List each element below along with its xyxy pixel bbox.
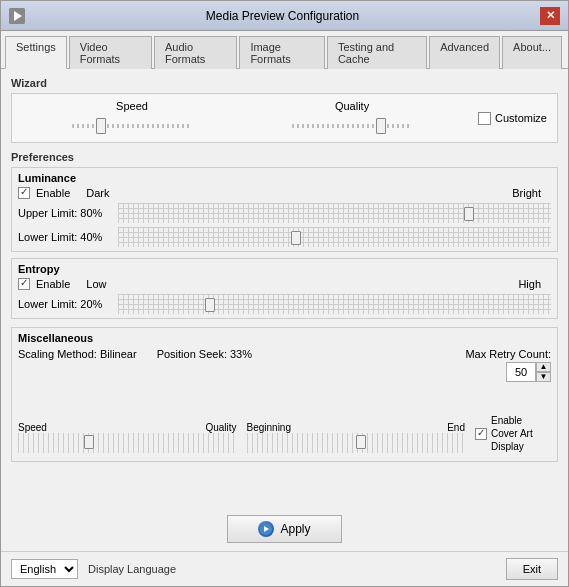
apply-footer: Apply: [1, 507, 568, 551]
spinbox-controls: ▲ ▼: [536, 362, 551, 382]
customize-checkbox[interactable]: [478, 112, 491, 125]
bright-label: Bright: [512, 187, 541, 199]
cover-art-label: Enable Cover Art Display: [491, 414, 551, 453]
lower-limit-ent-label: Lower Limit: 20%: [18, 298, 118, 310]
luminance-enable-label: Enable: [36, 187, 70, 199]
language-select[interactable]: English: [11, 559, 78, 579]
misc-speed-label: Speed: [18, 422, 47, 433]
main-window: Media Preview Configuration ✕ Settings V…: [0, 0, 569, 587]
misc-end-label: End: [447, 422, 465, 433]
luminance-label: Luminance: [18, 172, 551, 184]
miscellaneous-section: Miscellaneous Scaling Method: Bilinear P…: [11, 327, 558, 462]
preferences-section: Preferences Luminance Enable Dark Bright…: [11, 151, 558, 319]
upper-limit-label: Upper Limit: 80%: [18, 207, 118, 219]
luminance-section: Luminance Enable Dark Bright Upper Limit…: [11, 167, 558, 252]
apply-icon: [258, 521, 274, 537]
scaling-method-label: Scaling Method: Bilinear: [18, 348, 137, 360]
max-retry-label: Max Retry Count:: [465, 348, 551, 360]
cover-art-area: Enable Cover Art Display: [475, 386, 551, 453]
wizard-speed-slider[interactable]: [96, 118, 106, 134]
tabs-bar: Settings Video Formats Audio Formats Ima…: [1, 31, 568, 69]
misc-quality-label: Quality: [205, 422, 236, 433]
wizard-speed-label: Speed: [116, 100, 148, 112]
apply-label: Apply: [280, 522, 310, 536]
app-icon: [9, 8, 25, 24]
language-area: English Display Language: [11, 559, 176, 579]
tab-video-formats[interactable]: Video Formats: [69, 36, 152, 69]
misc-speed-slider[interactable]: [84, 435, 94, 449]
customize-label: Customize: [495, 112, 547, 124]
bottom-bar: English Display Language Exit: [1, 551, 568, 586]
misc-beginning-label: Beginning: [247, 422, 291, 433]
display-language-label: Display Language: [88, 563, 176, 575]
tab-settings[interactable]: Settings: [5, 36, 67, 69]
wizard-quality-slider[interactable]: [376, 118, 386, 134]
luminance-enable-checkbox[interactable]: [18, 187, 30, 199]
upper-limit-slider[interactable]: [464, 207, 474, 221]
entropy-label: Entropy: [18, 263, 551, 275]
exit-button[interactable]: Exit: [506, 558, 558, 580]
tab-testing-cache[interactable]: Testing and Cache: [327, 36, 427, 69]
wizard-label: Wizard: [11, 77, 558, 89]
window-title: Media Preview Configuration: [25, 9, 540, 23]
tab-about[interactable]: About...: [502, 36, 562, 69]
entropy-section: Entropy Enable Low High Lower Limit: 20%: [11, 258, 558, 319]
position-seek-label: Position Seek: 33%: [157, 348, 252, 360]
lower-limit-ent-slider[interactable]: [205, 298, 215, 312]
misc-speed-group: Speed Quality: [18, 422, 237, 453]
dark-label: Dark: [86, 187, 109, 199]
spinbox-up[interactable]: ▲: [536, 362, 551, 372]
misc-label: Miscellaneous: [18, 332, 551, 344]
max-retry-input[interactable]: [506, 362, 536, 382]
spinbox-down[interactable]: ▼: [536, 372, 551, 382]
wizard-quality-label: Quality: [335, 100, 369, 112]
high-label: High: [518, 278, 541, 290]
title-bar: Media Preview Configuration ✕: [1, 1, 568, 31]
close-button[interactable]: ✕: [540, 7, 560, 25]
misc-beginning-slider[interactable]: [356, 435, 366, 449]
cover-art-checkbox[interactable]: [475, 428, 487, 440]
misc-begin-end-group: Beginning End: [247, 422, 466, 453]
entropy-enable-label: Enable: [36, 278, 70, 290]
entropy-enable-checkbox[interactable]: [18, 278, 30, 290]
low-label: Low: [86, 278, 106, 290]
preferences-label: Preferences: [11, 151, 558, 163]
customize-area: Customize: [478, 112, 547, 125]
apply-button[interactable]: Apply: [227, 515, 341, 543]
settings-content: Wizard Speed Quality: [1, 69, 568, 507]
tab-advanced[interactable]: Advanced: [429, 36, 500, 69]
tab-image-formats[interactable]: Image Formats: [239, 36, 325, 69]
lower-limit-lum-slider[interactable]: [291, 231, 301, 245]
tab-audio-formats[interactable]: Audio Formats: [154, 36, 237, 69]
lower-limit-lum-label: Lower Limit: 40%: [18, 231, 118, 243]
wizard-section: Wizard Speed Quality: [11, 77, 558, 143]
